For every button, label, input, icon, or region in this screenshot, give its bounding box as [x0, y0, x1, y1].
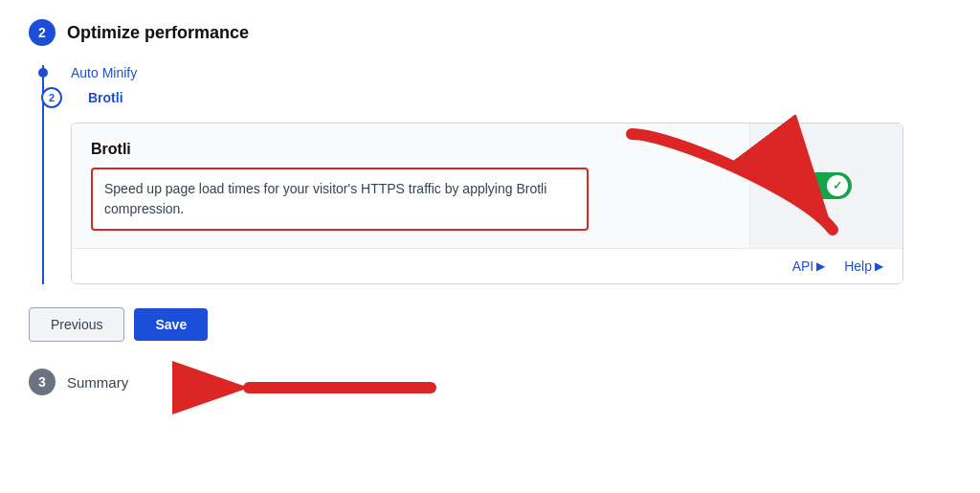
substeps-container: Auto Minify 2 Brotli Brotli Speed up pag… [42, 65, 951, 284]
save-button[interactable]: Save [134, 308, 208, 341]
api-label: API [792, 258, 814, 274]
api-arrow: ▶ [816, 259, 825, 273]
step2-number: 2 [38, 25, 46, 40]
card-toggle-area: ✓ [749, 123, 902, 248]
card-content: Brotli Speed up page load times for your… [72, 123, 749, 248]
card-feature-title: Brotli [91, 141, 730, 158]
help-arrow: ▶ [875, 259, 883, 273]
substep-brotli[interactable]: 2 Brotli [71, 90, 951, 105]
step2-header: 2 Optimize performance [29, 19, 951, 46]
step3-circle: 3 [29, 369, 56, 395]
step2-circle: 2 [29, 19, 56, 46]
card-description: Speed up page load times for your visito… [91, 168, 589, 231]
api-link[interactable]: API ▶ [792, 258, 826, 274]
brotli-toggle[interactable]: ✓ [802, 172, 852, 199]
step3-number: 3 [38, 374, 46, 390]
toggle-check-icon: ✓ [833, 179, 842, 192]
card-body: Brotli Speed up page load times for your… [72, 123, 902, 248]
step2-title: Optimize performance [67, 23, 249, 43]
step3-label: Summary [67, 374, 128, 391]
card-footer: API ▶ Help ▶ [72, 248, 902, 283]
brotli-step-number: 2 [41, 87, 62, 108]
previous-button[interactable]: Previous [29, 307, 124, 342]
toggle-knob: ✓ [827, 175, 848, 196]
substep-auto-minify[interactable]: Auto Minify [71, 65, 951, 80]
help-label: Help [844, 258, 872, 274]
brotli-card: Brotli Speed up page load times for your… [71, 123, 903, 284]
action-buttons: Previous Save [29, 307, 951, 342]
brotli-step-label: Brotli [88, 90, 123, 105]
auto-minify-link[interactable]: Auto Minify [71, 65, 137, 80]
help-link[interactable]: Help ▶ [844, 258, 883, 274]
step3-header: 3 Summary [29, 369, 951, 395]
